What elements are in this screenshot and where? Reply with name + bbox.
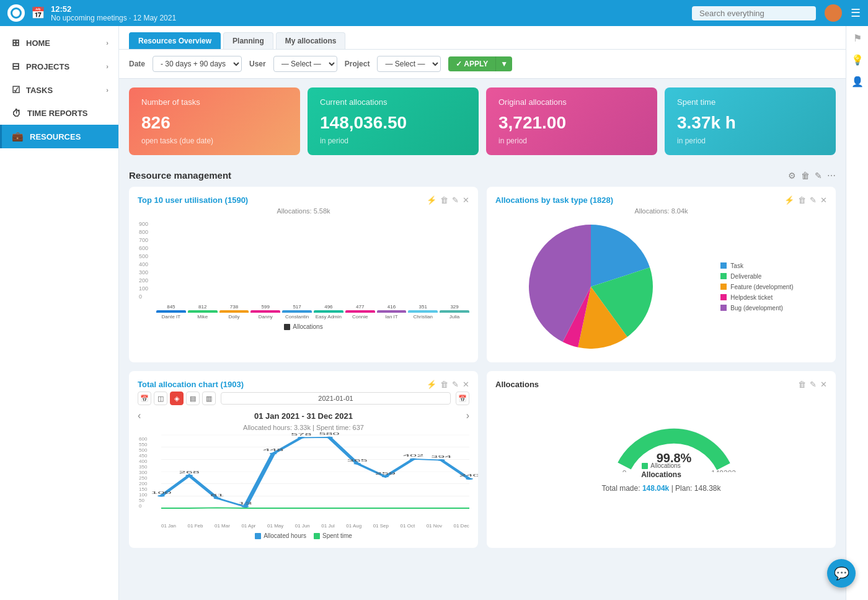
prev-range-button[interactable]: ‹ bbox=[138, 410, 141, 421]
sidebar-item-projects[interactable]: ⊟ PROJECTS › bbox=[0, 55, 118, 78]
nav-icon-5[interactable]: ▥ bbox=[202, 392, 216, 405]
top10-alloc-label: Allocations: 5.58k bbox=[138, 207, 469, 215]
app-logo[interactable] bbox=[7, 4, 25, 22]
sidebar-item-time-reports[interactable]: ⏱ TIME REPORTS bbox=[0, 102, 118, 125]
more-icon[interactable]: ⋯ bbox=[827, 171, 836, 181]
date-filter-label: Date bbox=[129, 60, 145, 68]
person-icon[interactable]: 👤 bbox=[851, 76, 864, 87]
sidebar-item-resources[interactable]: 💼 RESOURCES bbox=[0, 125, 118, 148]
card-current-alloc-value: 148,036.50 bbox=[320, 113, 466, 133]
card-spent-time: Spent time 3.37k h in period bbox=[665, 87, 836, 155]
tab-resources-overview[interactable]: Resources Overview bbox=[129, 32, 221, 49]
legend-label: Allocations bbox=[293, 323, 322, 330]
sidebar-home-label: HOME bbox=[26, 38, 100, 48]
legend-dot-helpdesk bbox=[720, 294, 727, 300]
sidebar-projects-label: PROJECTS bbox=[26, 62, 100, 71]
calendar-pick-icon[interactable]: 📅 bbox=[456, 392, 469, 405]
apply-dropdown-button[interactable]: ▼ bbox=[495, 56, 512, 71]
legend-dot-allocated bbox=[255, 533, 261, 539]
bar-value-label: 329 bbox=[450, 304, 458, 310]
settings-icon[interactable]: ⚙ bbox=[788, 171, 796, 181]
bar-chart-container: 900 800 700 600 500 400 300 200 100 0 bbox=[138, 220, 469, 320]
close-icon[interactable]: ✕ bbox=[463, 195, 469, 205]
content-area: Resources Overview Planning My allocatio… bbox=[119, 26, 846, 600]
nav-icon-2[interactable]: ◫ bbox=[154, 392, 167, 405]
close-icon[interactable]: ✕ bbox=[463, 380, 469, 389]
user-filter-select[interactable]: — Select — bbox=[273, 56, 337, 72]
svg-text:0: 0 bbox=[622, 469, 626, 472]
legend-feature-label: Feature (development) bbox=[730, 284, 793, 290]
edit-icon[interactable]: ✎ bbox=[452, 195, 459, 205]
close-icon[interactable]: ✕ bbox=[820, 195, 827, 205]
legend-spent-label: Spent time bbox=[322, 532, 352, 539]
legend-dot-task bbox=[720, 262, 727, 269]
close-icon[interactable]: ✕ bbox=[820, 380, 827, 389]
filter-icon[interactable]: ⚡ bbox=[427, 380, 436, 389]
flag-icon[interactable]: ⚑ bbox=[853, 32, 862, 44]
trash-icon[interactable]: 🗑 bbox=[440, 380, 448, 389]
trash-icon[interactable]: 🗑 bbox=[440, 195, 448, 205]
card-current-alloc: Current allocations 148,036.50 in period bbox=[308, 87, 479, 155]
edit-icon[interactable]: ✎ bbox=[815, 171, 822, 181]
filter-icon[interactable]: ⚡ bbox=[427, 195, 436, 205]
topbar-right: ☰ bbox=[692, 4, 861, 22]
trash-icon[interactable]: 🗑 bbox=[798, 380, 806, 389]
nav-icon-4[interactable]: ▤ bbox=[186, 392, 200, 405]
edit-icon[interactable]: ✎ bbox=[810, 380, 817, 389]
pie-chart-title: Allocations by task type (1828) bbox=[495, 195, 613, 205]
lightbulb-icon[interactable]: 💡 bbox=[851, 54, 864, 66]
legend-dot-spent bbox=[314, 533, 320, 539]
edit-icon[interactable]: ✎ bbox=[810, 195, 817, 205]
menu-icon[interactable]: ☰ bbox=[851, 6, 861, 20]
donut-row: 99.8% 0 149382 bbox=[612, 398, 711, 460]
date-filter-select[interactable]: - 30 days + 90 days bbox=[153, 56, 242, 72]
sidebar: ⊞ HOME › ⊟ PROJECTS › ☑ TASKS › ⏱ TIME R… bbox=[0, 26, 119, 600]
apply-button[interactable]: ✓ APPLY bbox=[448, 56, 495, 71]
legend-dot-bug bbox=[720, 305, 727, 311]
sidebar-item-home[interactable]: ⊞ HOME › bbox=[0, 31, 118, 55]
bar bbox=[314, 310, 343, 313]
legend-spent-time: Spent time bbox=[314, 532, 352, 539]
next-range-button[interactable]: › bbox=[466, 410, 469, 421]
calendar-icon[interactable]: 📅 bbox=[31, 6, 45, 20]
bar-name-label: Danny bbox=[250, 314, 280, 320]
donut-area: 99.8% 0 149382 Allocations bbox=[495, 392, 827, 499]
bar-col: 812 bbox=[188, 304, 218, 313]
search-input[interactable] bbox=[692, 6, 816, 20]
nav-icon-3[interactable]: ◈ bbox=[170, 392, 184, 405]
edit-icon[interactable]: ✎ bbox=[452, 380, 459, 389]
total-made-value: 148.04k bbox=[642, 484, 669, 493]
bar bbox=[250, 310, 280, 313]
donut-chart-header: Allocations 🗑 ✎ ✕ bbox=[495, 380, 827, 389]
bar-name-label: Mike bbox=[188, 314, 218, 320]
bar-name-label: Connie bbox=[345, 314, 375, 320]
project-filter-select[interactable]: — Select — bbox=[377, 56, 441, 72]
nav-icon-1[interactable]: 📅 bbox=[138, 392, 151, 405]
bar-name-label: Dolly bbox=[219, 314, 249, 320]
topbar-datetime: 12:52 No upcoming meetings · 12 May 2021 bbox=[51, 4, 176, 22]
svg-text:99.8%: 99.8% bbox=[656, 451, 691, 465]
alloc-stats: Total made: 148.04k | Plan: 148.38k bbox=[602, 484, 721, 493]
svg-text:402: 402 bbox=[403, 454, 423, 457]
bar-value-label: 517 bbox=[293, 304, 301, 310]
bar-value-label: 812 bbox=[198, 304, 206, 310]
svg-text:259: 259 bbox=[375, 472, 396, 475]
trash-icon[interactable]: 🗑 bbox=[801, 171, 810, 181]
sidebar-time-reports-label: TIME REPORTS bbox=[27, 109, 108, 118]
filter-icon[interactable]: ⚡ bbox=[784, 195, 794, 205]
tab-planning[interactable]: Planning bbox=[223, 32, 273, 49]
legend-task-label: Task bbox=[730, 262, 743, 269]
trash-icon[interactable]: 🗑 bbox=[798, 195, 806, 205]
svg-text:13: 13 bbox=[238, 502, 252, 505]
date-input[interactable] bbox=[221, 392, 451, 405]
line-chart-svg: 1002688113448578580365259402394240 bbox=[161, 435, 469, 508]
bar-value-label: 496 bbox=[324, 304, 332, 310]
rm-actions: ⚙ 🗑 ✎ ⋯ bbox=[788, 171, 836, 181]
tab-my-allocations[interactable]: My allocations bbox=[276, 32, 346, 49]
chevron-right-icon: › bbox=[106, 63, 108, 70]
home-icon: ⊞ bbox=[12, 37, 20, 48]
chat-button[interactable]: 💬 bbox=[827, 559, 856, 588]
bar-value-label: 477 bbox=[356, 304, 364, 310]
sidebar-item-tasks[interactable]: ☑ TASKS › bbox=[0, 78, 118, 102]
avatar[interactable] bbox=[825, 4, 842, 22]
